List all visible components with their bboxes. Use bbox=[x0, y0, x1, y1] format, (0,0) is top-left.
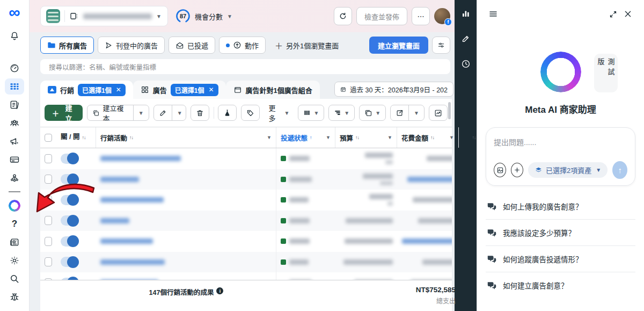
account-selector[interactable]: ▼ bbox=[40, 6, 168, 26]
campaign-toggle[interactable] bbox=[61, 257, 79, 267]
ads-selected-badge[interactable]: 已選擇1個✕ bbox=[171, 84, 218, 96]
attach-image-button[interactable] bbox=[494, 163, 506, 177]
header-campaign[interactable]: 行銷活動↑↓▼ bbox=[96, 127, 276, 148]
row-checkbox[interactable] bbox=[45, 154, 52, 163]
campaign-name-redacted[interactable] bbox=[100, 197, 164, 202]
row-checkbox[interactable] bbox=[45, 196, 52, 205]
bug-report-icon[interactable] bbox=[5, 289, 24, 305]
vertical-scrollbar[interactable] bbox=[448, 102, 451, 119]
row-checkbox[interactable] bbox=[45, 278, 52, 280]
header-spend[interactable]: 花費金額↑↓▼ bbox=[397, 127, 459, 148]
reports-button[interactable]: ▼ bbox=[359, 105, 386, 121]
ai-menu-hamburger-icon[interactable] bbox=[486, 6, 501, 21]
suggestion-item[interactable]: 如何追蹤廣告投遞情形？ bbox=[486, 246, 635, 272]
info-icon[interactable]: i bbox=[216, 287, 223, 294]
duplicate-caret[interactable]: ▼ bbox=[134, 105, 149, 120]
opportunity-score[interactable]: 87 機會分數 ▼ bbox=[175, 9, 232, 24]
row-checkbox[interactable] bbox=[45, 216, 52, 225]
add-attachment-button[interactable] bbox=[511, 163, 523, 177]
suggestion-item[interactable]: 我應該設定多少預算？ bbox=[486, 220, 635, 246]
more-toolbar-button[interactable]: 更多 ▼ bbox=[264, 103, 294, 123]
meta-logo-icon[interactable]: ∞ bbox=[9, 5, 20, 19]
history-clock-icon[interactable] bbox=[456, 56, 475, 72]
column-filter-caret[interactable]: ▼ bbox=[387, 135, 392, 140]
more-views-button[interactable]: ＋ 另外1個瀏覽畫面 bbox=[269, 40, 344, 51]
trash-icon bbox=[196, 109, 204, 117]
more-options-button[interactable]: ⋯ bbox=[412, 7, 430, 25]
duplicate-button[interactable]: 建立複本 bbox=[87, 105, 134, 120]
ab-test-button[interactable] bbox=[218, 105, 237, 121]
campaign-toggle[interactable] bbox=[61, 195, 79, 205]
campaigns-selected-badge[interactable]: 已選擇1個✕ bbox=[78, 84, 126, 96]
notifications-bell-icon[interactable] bbox=[5, 28, 24, 44]
selected-assets-chip[interactable]: 已選擇2項資產 ▼ bbox=[528, 162, 608, 178]
create-button[interactable]: ＋建立 bbox=[45, 105, 83, 121]
review-publish-button[interactable]: 檢查並發佈 bbox=[356, 7, 407, 25]
suggestion-item[interactable]: 如何建立廣告創意？ bbox=[486, 272, 635, 298]
view-all-ads[interactable]: 所有廣告 bbox=[40, 37, 94, 54]
export-caret[interactable]: ▼ bbox=[409, 105, 424, 120]
export-button[interactable] bbox=[391, 105, 409, 120]
campaign-toggle[interactable] bbox=[61, 174, 79, 184]
campaign-name-redacted[interactable] bbox=[100, 259, 165, 265]
campaign-toggle[interactable] bbox=[61, 215, 79, 226]
tab-ads[interactable]: 廣告 已選擇1個✕ bbox=[133, 81, 226, 99]
campaign-name-redacted[interactable] bbox=[100, 156, 181, 161]
create-view-button[interactable]: 建立瀏覽畫面 bbox=[369, 37, 428, 54]
column-filter-caret[interactable]: ▼ bbox=[267, 135, 272, 140]
select-all-checkbox[interactable] bbox=[45, 134, 52, 142]
campaign-name-redacted[interactable] bbox=[100, 218, 129, 223]
campaign-toggle[interactable] bbox=[61, 154, 79, 164]
tab-campaigns[interactable]: 行銷 已選擇1個✕ bbox=[40, 81, 133, 99]
pages-icon[interactable] bbox=[5, 97, 24, 113]
column-filter-caret[interactable]: ▼ bbox=[326, 135, 331, 140]
search-filter-input[interactable]: 搜尋以篩選：名稱、編號或衡量指標 bbox=[40, 59, 450, 74]
column-filter-caret[interactable]: ▼ bbox=[449, 135, 454, 140]
status-active-icon bbox=[281, 197, 286, 202]
date-range-selector[interactable]: 過去 30 天：2026年3月9日 - 202 bbox=[334, 82, 453, 97]
events-nodes-icon[interactable] bbox=[5, 170, 24, 186]
row-checkbox[interactable] bbox=[45, 237, 52, 246]
header-onoff[interactable]: 關 / 開↑↓ bbox=[56, 127, 96, 148]
edit-caret[interactable]: ▼ bbox=[172, 105, 186, 120]
campaign-folder-icon bbox=[48, 86, 56, 93]
ai-expand-icon[interactable] bbox=[605, 6, 620, 21]
view-delivered[interactable]: 已投遞 bbox=[169, 37, 215, 54]
overview-gauge-icon[interactable] bbox=[5, 60, 24, 76]
user-avatar[interactable]: f bbox=[434, 8, 450, 24]
audiences-people-icon[interactable] bbox=[5, 115, 24, 131]
suggestion-item[interactable]: 如何上傳我的廣告創意？ bbox=[486, 193, 635, 220]
view-settings-sliders-button[interactable] bbox=[432, 37, 450, 54]
refresh-button[interactable] bbox=[334, 7, 352, 25]
header-delivery[interactable]: 投遞狀態↑▼ bbox=[276, 127, 335, 148]
ads-manager-table-icon[interactable] bbox=[5, 78, 24, 95]
help-icon[interactable]: ? bbox=[5, 216, 24, 232]
breakdown-button[interactable]: ▼ bbox=[328, 105, 355, 121]
campaign-name-redacted[interactable] bbox=[100, 177, 139, 182]
charts-button[interactable] bbox=[429, 105, 448, 121]
edit-button[interactable] bbox=[154, 105, 172, 120]
ai-close-icon[interactable] bbox=[620, 6, 635, 21]
view-actions[interactable]: 動作 bbox=[219, 37, 266, 54]
delete-button[interactable] bbox=[191, 105, 209, 121]
view-running-ads[interactable]: 刊登中的廣告 bbox=[98, 37, 165, 54]
meta-ai-ring-icon[interactable] bbox=[5, 198, 24, 214]
campaign-name-redacted[interactable] bbox=[100, 238, 153, 244]
edit-pencil-icon[interactable] bbox=[456, 31, 475, 47]
columns-button[interactable]: ▼ bbox=[298, 105, 324, 121]
billing-card-icon[interactable] bbox=[5, 151, 24, 168]
ads-megaphone-icon[interactable] bbox=[5, 133, 24, 149]
settings-gear-icon[interactable] bbox=[5, 252, 24, 269]
search-icon[interactable] bbox=[5, 271, 24, 287]
insights-bars-icon[interactable] bbox=[456, 5, 475, 21]
news-icon[interactable] bbox=[5, 234, 24, 250]
row-checkbox[interactable] bbox=[45, 175, 52, 184]
ai-question-input[interactable]: 提出問題...... 已選擇2項資產 ▼ ↑ bbox=[486, 127, 635, 186]
tab-adsets[interactable]: 廣告針對1個廣告組合 bbox=[226, 81, 320, 99]
tag-button[interactable] bbox=[241, 105, 260, 121]
row-checkbox[interactable] bbox=[45, 257, 52, 266]
send-button[interactable]: ↑ bbox=[612, 161, 627, 179]
campaign-toggle[interactable] bbox=[61, 278, 79, 280]
header-budget[interactable]: 預算↑↓▼ bbox=[335, 127, 397, 148]
campaign-toggle[interactable] bbox=[61, 236, 79, 247]
